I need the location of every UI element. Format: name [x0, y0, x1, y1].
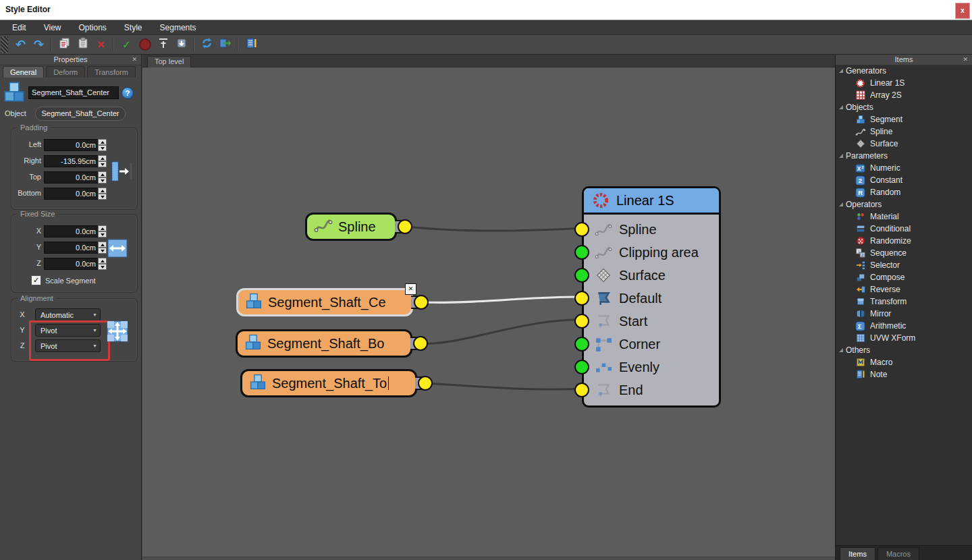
toolbar-grip[interactable]: [1, 36, 8, 53]
padding-right-input[interactable]: -135.95cm: [44, 155, 99, 167]
padding-top-input[interactable]: 0.0cm: [44, 171, 99, 184]
fixed-size-x-spinner[interactable]: [98, 225, 107, 238]
refresh-button[interactable]: [198, 36, 215, 53]
padding-left-input[interactable]: 0.0cm: [44, 139, 99, 151]
tree-item-selector[interactable]: Selector: [836, 259, 972, 271]
tree-item-conditional[interactable]: Conditional: [836, 223, 972, 235]
tree-item-segment[interactable]: Segment: [836, 113, 972, 125]
tree-item-arithmetic[interactable]: Σ Arithmetic: [836, 320, 972, 332]
input-row-start[interactable]: Start: [584, 310, 719, 333]
tree-group-objects[interactable]: Objects: [836, 101, 972, 113]
padding-right-spinner[interactable]: [98, 155, 107, 168]
tree-item-transform[interactable]: Transform: [836, 296, 972, 308]
wire-spline-to-spline-input[interactable]: [408, 227, 582, 231]
disable-button[interactable]: [136, 36, 153, 53]
menu-item-style[interactable]: Style: [117, 22, 149, 34]
padding-left-spinner[interactable]: [98, 139, 107, 152]
padding-bottom-input[interactable]: 0.0cm: [44, 188, 99, 200]
input-row-evenly[interactable]: Evenly: [584, 356, 719, 379]
output-port[interactable]: [398, 219, 412, 234]
input-port[interactable]: [574, 245, 589, 260]
input-port[interactable]: [574, 314, 589, 329]
node-canvas[interactable]: Spline Segment_Shaft_Ce ✕ Segment_Shaf: [142, 67, 835, 560]
menu-item-view[interactable]: View: [37, 22, 68, 34]
wire-segment-bottom-to-start-input[interactable]: [422, 320, 582, 343]
copy-button[interactable]: [56, 36, 73, 53]
tree-item-sequence[interactable]: 12 Sequence: [836, 247, 972, 259]
wire-segment-top-to-end-input[interactable]: [426, 383, 582, 389]
export-button[interactable]: [217, 36, 234, 53]
items-tab-macros[interactable]: Macros: [878, 547, 919, 560]
fixed-size-z-input[interactable]: 0.0cm: [44, 258, 99, 270]
tree-item-constant[interactable]: 2 Constant: [836, 174, 972, 186]
tab-deform[interactable]: Deform: [46, 66, 85, 78]
output-port[interactable]: [414, 295, 429, 310]
input-port[interactable]: [574, 222, 589, 237]
object-button[interactable]: Segment_Shaft_Center: [35, 107, 126, 121]
tree-group-generators[interactable]: Generators: [836, 65, 972, 77]
tree-item-mirror[interactable]: Mirror: [836, 308, 972, 320]
menu-item-segments[interactable]: Segments: [153, 22, 203, 34]
padding-top-spinner[interactable]: [98, 171, 107, 184]
tab-general[interactable]: General: [3, 66, 44, 78]
tree-item-surface[interactable]: Surface: [836, 138, 972, 150]
output-port[interactable]: [418, 376, 433, 391]
node-segment-bottom[interactable]: Segment_Shaft_Bo: [236, 329, 412, 358]
menu-item-options[interactable]: Options: [72, 22, 113, 34]
output-port[interactable]: [413, 336, 428, 351]
tree-group-parameters[interactable]: Parameters: [836, 150, 972, 162]
delete-node-button[interactable]: ✕: [405, 283, 416, 295]
input-port[interactable]: [574, 268, 589, 283]
fixed-size-y-input[interactable]: 0.0cm: [44, 242, 99, 254]
wire-segment-center-to-default-input[interactable]: [424, 297, 582, 303]
input-row-end[interactable]: End: [584, 379, 719, 401]
input-row-surface[interactable]: Surface: [584, 264, 719, 287]
node-name-input[interactable]: Segment_Shaft_Center: [28, 86, 119, 99]
input-row-clipping-area[interactable]: Clipping area: [584, 241, 719, 264]
paste-button[interactable]: [74, 36, 91, 53]
padding-bottom-spinner[interactable]: [98, 188, 107, 200]
pin-top-button[interactable]: [155, 36, 171, 53]
input-port[interactable]: [574, 291, 589, 306]
tree-item-macro[interactable]: Macro: [836, 356, 972, 368]
tree-item-randomize[interactable]: Randomize: [836, 235, 972, 247]
input-row-corner[interactable]: Corner: [584, 333, 719, 356]
alignment-x-select[interactable]: Automatic▼: [35, 308, 101, 321]
input-row-spline[interactable]: Spline: [584, 218, 719, 241]
tree-item-linear-1s[interactable]: Linear 1S: [836, 77, 972, 89]
tab-transform[interactable]: Transform: [87, 66, 136, 78]
notes-button[interactable]: [242, 36, 259, 53]
menu-item-edit[interactable]: Edit: [5, 22, 33, 34]
node-linear-1s[interactable]: Linear 1S Spline Clipping area: [582, 186, 721, 408]
input-port[interactable]: [574, 360, 589, 374]
fixed-size-x-input[interactable]: 0.0cm: [44, 225, 99, 237]
undo-button[interactable]: ↶: [12, 36, 29, 53]
generator-header[interactable]: Linear 1S: [584, 188, 719, 215]
window-close-button[interactable]: x: [955, 3, 970, 19]
input-port[interactable]: [574, 337, 589, 352]
tree-item-numeric[interactable]: X2 Numeric: [836, 162, 972, 174]
items-close-icon[interactable]: ✕: [963, 55, 968, 64]
fixed-size-y-spinner[interactable]: [98, 242, 107, 254]
node-segment-center[interactable]: Segment_Shaft_Ce ✕: [236, 288, 413, 316]
properties-close-icon[interactable]: ✕: [132, 55, 137, 64]
node-spline[interactable]: Spline: [305, 213, 397, 241]
tree-item-reverse[interactable]: Reverse: [836, 283, 972, 296]
tree-group-others[interactable]: Others: [836, 344, 972, 356]
tree-group-operators[interactable]: Operators: [836, 198, 972, 211]
tree-item-note[interactable]: Note: [836, 368, 972, 381]
scale-segment-checkbox[interactable]: ✓: [31, 275, 41, 285]
tree-item-material[interactable]: Material: [836, 211, 972, 223]
tree-item-compose[interactable]: Compose: [836, 271, 972, 283]
redo-button[interactable]: ↷: [30, 36, 47, 53]
items-tab-items[interactable]: Items: [840, 547, 875, 560]
tree-item-spline[interactable]: Spline: [836, 125, 972, 138]
delete-button[interactable]: ×: [92, 36, 109, 53]
tree-item-array-2s[interactable]: Array 2S: [836, 89, 972, 101]
tree-item-random[interactable]: R Random: [836, 186, 972, 198]
pin-bottom-button[interactable]: [173, 36, 190, 53]
node-segment-top[interactable]: Segment_Shaft_To: [240, 369, 417, 397]
tab-top-level[interactable]: Top level: [147, 56, 191, 67]
apply-button[interactable]: ✓: [118, 36, 135, 53]
fixed-size-z-spinner[interactable]: [98, 258, 107, 271]
